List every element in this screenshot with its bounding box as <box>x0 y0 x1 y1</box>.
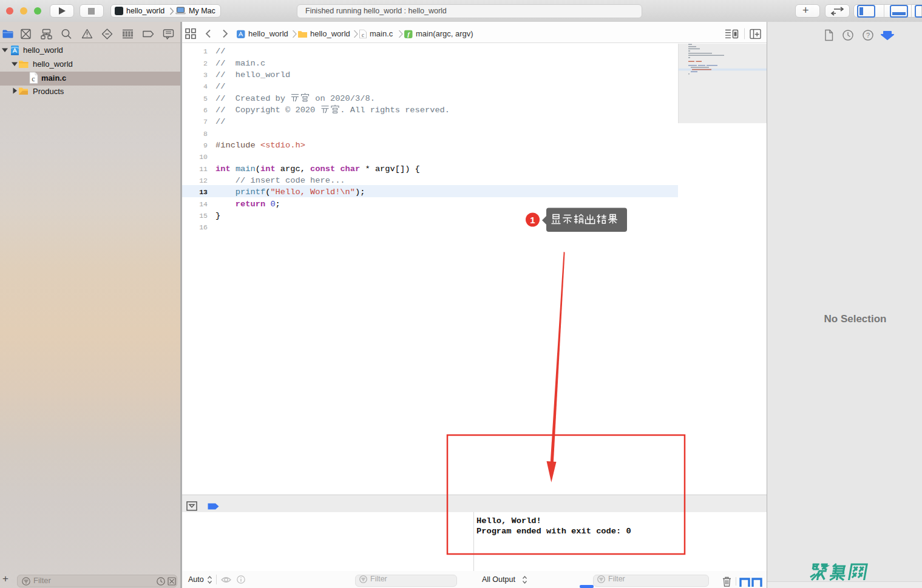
svg-text:1: 1 <box>530 215 535 225</box>
